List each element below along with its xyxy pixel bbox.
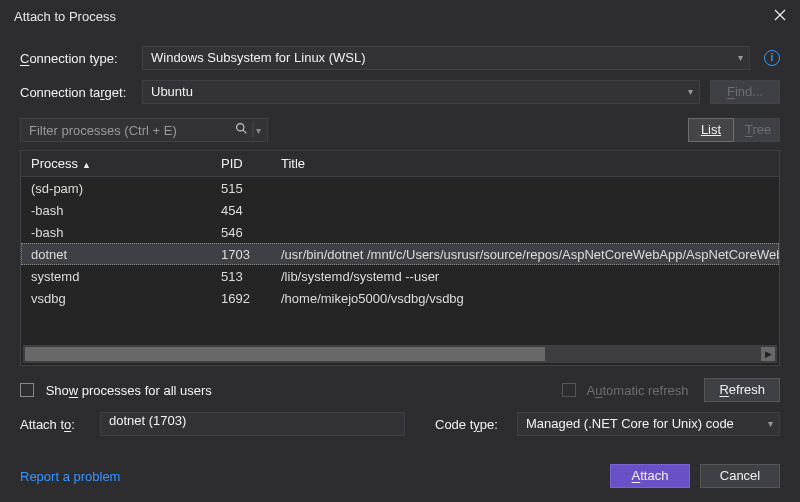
close-icon[interactable]	[774, 9, 788, 23]
connection-type-label: Connection type:	[20, 51, 132, 66]
table-row[interactable]: dotnet1703/usr/bin/dotnet /mnt/c/Users/u…	[21, 243, 779, 265]
attach-to-label: Attach to:	[20, 417, 90, 432]
attach-button[interactable]: Attach	[610, 464, 690, 488]
show-all-users-checkbox[interactable]	[20, 383, 34, 397]
scroll-right-icon[interactable]: ▶	[761, 347, 775, 361]
tree-view-button: Tree	[734, 118, 780, 142]
report-problem-link[interactable]: Report a problem	[20, 469, 120, 484]
filter-input[interactable]: Filter processes (Ctrl + E) ▾	[20, 118, 268, 142]
table-row[interactable]: vsdbg1692/home/mikejo5000/vsdbg/vsdbg	[21, 287, 779, 309]
code-type-value: Managed (.NET Core for Unix) code	[526, 416, 734, 431]
table-row[interactable]: -bash546	[21, 221, 779, 243]
cell-pid: 454	[211, 203, 271, 218]
table-header: Process▲ PID Title	[21, 151, 779, 177]
attach-to-field[interactable]: dotnet (1703)	[100, 412, 405, 436]
dialog-content: Connection type: Windows Subsystem for L…	[0, 32, 800, 436]
cell-pid: 1692	[211, 291, 271, 306]
chevron-down-icon: ▾	[688, 81, 693, 103]
filter-row: Filter processes (Ctrl + E) ▾ List Tree	[20, 118, 780, 142]
connection-type-value: Windows Subsystem for Linux (WSL)	[151, 50, 366, 65]
cell-process: (sd-pam)	[21, 181, 211, 196]
col-title[interactable]: Title	[271, 156, 779, 171]
col-process[interactable]: Process▲	[21, 156, 211, 171]
code-type-select[interactable]: Managed (.NET Core for Unix) code ▾	[517, 412, 780, 436]
below-table-row: Show processes for all users Automatic r…	[20, 378, 780, 402]
scrollbar-thumb[interactable]	[25, 347, 545, 361]
sort-asc-icon: ▲	[82, 160, 91, 170]
connection-type-select[interactable]: Windows Subsystem for Linux (WSL) ▾	[142, 46, 750, 70]
show-all-users-label[interactable]: Show processes for all users	[20, 383, 212, 398]
cancel-button[interactable]: Cancel	[700, 464, 780, 488]
table-body: (sd-pam)515-bash454-bash546dotnet1703/us…	[21, 177, 779, 343]
cell-pid: 515	[211, 181, 271, 196]
connection-target-value: Ubuntu	[151, 84, 193, 99]
filter-placeholder: Filter processes (Ctrl + E)	[21, 123, 231, 138]
code-type-label: Code type:	[435, 417, 507, 432]
cell-title: /home/mikejo5000/vsdbg/vsdbg	[271, 291, 779, 306]
cell-pid: 1703	[211, 247, 271, 262]
cell-process: -bash	[21, 225, 211, 240]
col-pid[interactable]: PID	[211, 156, 271, 171]
svg-line-1	[243, 130, 246, 133]
cell-pid: 513	[211, 269, 271, 284]
cell-process: dotnet	[21, 247, 211, 262]
list-view-button[interactable]: List	[688, 118, 734, 142]
automatic-refresh-label: Automatic refresh	[562, 383, 689, 398]
horizontal-scrollbar[interactable]: ▶	[23, 345, 777, 363]
cell-process: systemd	[21, 269, 211, 284]
cell-title: /lib/systemd/systemd --user	[271, 269, 779, 284]
table-row[interactable]: (sd-pam)515	[21, 177, 779, 199]
view-toggle: List Tree	[688, 118, 780, 142]
title-bar: Attach to Process	[0, 0, 800, 32]
svg-point-0	[237, 124, 244, 131]
refresh-button[interactable]: Refresh	[704, 378, 780, 402]
table-row[interactable]: -bash454	[21, 199, 779, 221]
table-row[interactable]: systemd513/lib/systemd/systemd --user	[21, 265, 779, 287]
cell-pid: 546	[211, 225, 271, 240]
process-table: Process▲ PID Title (sd-pam)515-bash454-b…	[20, 150, 780, 366]
chevron-down-icon[interactable]: ▾	[254, 125, 267, 136]
chevron-down-icon: ▾	[768, 413, 773, 435]
bottom-bar: Report a problem Attach Cancel	[0, 456, 800, 502]
connection-target-row: Connection target: Ubuntu ▾ Find...	[20, 80, 780, 104]
search-icon[interactable]	[231, 122, 252, 138]
find-button: Find...	[710, 80, 780, 104]
automatic-refresh-checkbox	[562, 383, 576, 397]
chevron-down-icon: ▾	[738, 47, 743, 69]
cell-process: -bash	[21, 203, 211, 218]
connection-type-row: Connection type: Windows Subsystem for L…	[20, 46, 780, 70]
connection-target-label: Connection target:	[20, 85, 132, 100]
info-icon[interactable]: i	[764, 50, 780, 66]
cell-process: vsdbg	[21, 291, 211, 306]
attach-to-row: Attach to: dotnet (1703) Code type: Mana…	[20, 412, 780, 436]
window-title: Attach to Process	[14, 9, 116, 24]
cell-title: /usr/bin/dotnet /mnt/c/Users/usrusr/sour…	[271, 247, 779, 262]
connection-target-select[interactable]: Ubuntu ▾	[142, 80, 700, 104]
